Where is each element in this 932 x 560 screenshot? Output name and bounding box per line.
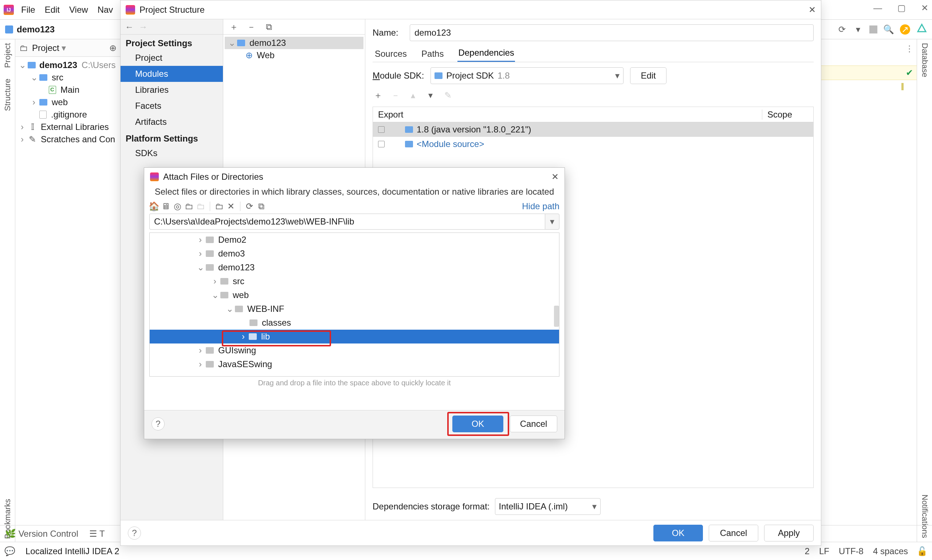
- menu-view[interactable]: View: [67, 3, 90, 16]
- tree-node-label[interactable]: External Libraries: [41, 122, 109, 132]
- deps-col-export[interactable]: Export: [373, 109, 762, 120]
- tab-paths[interactable]: Paths: [421, 46, 444, 62]
- chevron-down-icon[interactable]: ⌄: [226, 304, 233, 314]
- delete-icon[interactable]: ✕: [226, 202, 236, 211]
- tab-sources[interactable]: Sources: [374, 46, 407, 62]
- close-icon[interactable]: ✕: [809, 5, 816, 15]
- chevron-right-icon[interactable]: ›: [240, 331, 247, 342]
- module-node-label[interactable]: Web: [257, 50, 275, 60]
- remove-icon[interactable]: －: [247, 22, 256, 32]
- tree-node-label[interactable]: demo123: [218, 262, 255, 272]
- stop-icon[interactable]: [869, 25, 877, 34]
- breadcrumb-root[interactable]: demo123: [17, 25, 55, 35]
- status-line-sep[interactable]: LF: [819, 546, 829, 556]
- chevron-down-icon[interactable]: ⌄: [31, 72, 37, 83]
- tree-node-label[interactable]: JavaSESwing: [218, 359, 272, 369]
- export-checkbox[interactable]: [378, 126, 384, 133]
- nav-item-sdks[interactable]: SDKs: [120, 145, 223, 161]
- window-close-icon[interactable]: ✕: [921, 3, 928, 13]
- deps-row[interactable]: <Module source>: [373, 137, 813, 151]
- chevron-down-icon[interactable]: ▾: [615, 71, 620, 81]
- build-icon[interactable]: ⟳: [837, 25, 847, 34]
- storage-format-combo[interactable]: IntelliJ IDEA (.iml) ▾: [495, 498, 600, 515]
- tree-node-label[interactable]: GUIswing: [218, 345, 256, 355]
- chevron-down-icon[interactable]: ⌄: [19, 60, 26, 70]
- hide-path-link[interactable]: Hide path: [522, 201, 559, 211]
- chevron-right-icon[interactable]: ›: [197, 359, 204, 369]
- deps-row[interactable]: 1.8 (java version "1.8.0_221"): [373, 122, 813, 137]
- chevron-down-icon[interactable]: ⌄: [197, 262, 204, 272]
- project-tree[interactable]: ⌄ demo123 C:\Users ⌄src CMain ›web .giti…: [15, 57, 121, 148]
- toolwindow-project-stripe[interactable]: Project: [3, 43, 12, 68]
- select-opened-icon[interactable]: ⊕: [108, 43, 118, 53]
- code-with-me-icon[interactable]: [917, 23, 927, 35]
- status-info-icon[interactable]: 💬: [5, 546, 15, 556]
- tree-node-label[interactable]: Main: [60, 85, 79, 95]
- chevron-right-icon[interactable]: ›: [197, 249, 204, 259]
- dialog-titlebar[interactable]: Project Structure ✕: [120, 0, 821, 19]
- updates-icon[interactable]: ↗: [900, 25, 910, 35]
- scrollbar-thumb[interactable]: [554, 306, 559, 327]
- status-indent[interactable]: 4 spaces: [873, 546, 908, 556]
- tree-node-label[interactable]: classes: [262, 318, 291, 328]
- add-icon[interactable]: ＋: [373, 91, 383, 100]
- help-button[interactable]: ?: [128, 526, 141, 540]
- todo-toolwindow-button[interactable]: ☰ T: [89, 529, 105, 539]
- cancel-button[interactable]: Cancel: [510, 415, 557, 432]
- home-icon[interactable]: 🏠: [149, 202, 159, 211]
- chevron-down-icon[interactable]: ▾: [853, 25, 863, 34]
- tree-node-label[interactable]: src: [52, 72, 63, 83]
- tree-node-label[interactable]: WEB-INF: [247, 304, 284, 314]
- module-name-input[interactable]: demo123: [410, 25, 814, 41]
- inspection-ok-icon[interactable]: ✔: [906, 68, 913, 78]
- readonly-lock-icon[interactable]: 🔓: [917, 546, 927, 556]
- deps-col-scope[interactable]: Scope: [762, 109, 813, 120]
- tree-node-label[interactable]: web: [233, 290, 249, 300]
- module-node-label[interactable]: demo123: [250, 38, 286, 48]
- dialog-titlebar[interactable]: Attach Files or Directories ✕: [144, 168, 565, 186]
- path-history-dropdown[interactable]: ▾: [545, 214, 559, 229]
- window-maximize-icon[interactable]: ▢: [897, 3, 906, 13]
- chevron-right-icon[interactable]: ›: [211, 276, 218, 286]
- chevron-down-icon[interactable]: ▾: [62, 43, 66, 53]
- version-control-toolwindow-button[interactable]: 🌿 Version Control: [5, 529, 78, 539]
- project-root-icon[interactable]: ◎: [173, 202, 182, 211]
- chevron-right-icon[interactable]: ›: [197, 235, 204, 245]
- status-encoding[interactable]: UTF-8: [839, 546, 864, 556]
- status-line-col[interactable]: 2: [805, 546, 810, 556]
- nav-back-icon[interactable]: ←: [125, 22, 134, 32]
- toolwindow-structure-stripe[interactable]: Structure: [3, 78, 12, 111]
- chevron-right-icon[interactable]: ›: [19, 134, 26, 145]
- menu-edit[interactable]: Edit: [43, 3, 62, 16]
- path-input[interactable]: C:\Users\a\IdeaProjects\demo123\web\WEB-…: [149, 214, 545, 229]
- chevron-down-icon[interactable]: ⌄: [228, 38, 235, 48]
- search-icon[interactable]: 🔍: [884, 25, 893, 34]
- menu-nav[interactable]: Nav: [96, 3, 116, 16]
- nav-item-facets[interactable]: Facets: [120, 98, 223, 114]
- tree-node-label[interactable]: web: [52, 97, 68, 107]
- menu-file[interactable]: File: [19, 3, 37, 16]
- chevron-right-icon[interactable]: ›: [31, 97, 37, 107]
- folder-up-icon[interactable]: 🗀: [214, 202, 224, 211]
- tree-node-label[interactable]: .gitignore: [51, 109, 87, 120]
- apply-button[interactable]: Apply: [764, 525, 814, 542]
- show-hidden-icon[interactable]: ⧉: [256, 202, 266, 211]
- tree-node-label[interactable]: src: [233, 276, 244, 286]
- project-tw-title[interactable]: Project ▾: [32, 43, 66, 53]
- nav-item-artifacts[interactable]: Artifacts: [120, 114, 223, 130]
- nav-item-libraries[interactable]: Libraries: [120, 82, 223, 98]
- tab-dependencies[interactable]: Dependencies: [457, 45, 515, 62]
- cancel-button[interactable]: Cancel: [709, 525, 758, 542]
- ok-button[interactable]: OK: [653, 525, 703, 542]
- tree-node-label[interactable]: demo3: [218, 249, 245, 259]
- edit-sdk-button[interactable]: Edit: [630, 67, 666, 84]
- move-down-icon[interactable]: ▾: [426, 91, 435, 100]
- module-sdk-combo[interactable]: Project SDK 1.8 ▾: [431, 67, 623, 84]
- desktop-icon[interactable]: 🖥: [161, 202, 170, 211]
- editor-options-icon[interactable]: ⋮: [905, 44, 915, 54]
- project-root-label[interactable]: demo123: [39, 60, 77, 70]
- window-minimize-icon[interactable]: —: [873, 3, 882, 13]
- chevron-right-icon[interactable]: ›: [19, 122, 26, 132]
- help-button[interactable]: ?: [151, 417, 165, 431]
- modules-tree[interactable]: ⌄ demo123 ⊕ Web: [223, 35, 365, 64]
